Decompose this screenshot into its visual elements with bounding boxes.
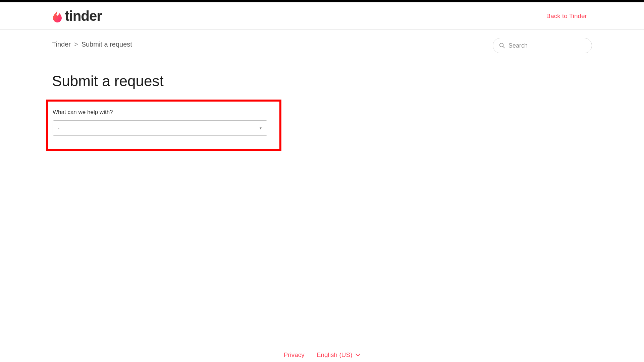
page-title: Submit a request — [52, 73, 592, 89]
language-selector[interactable]: English (US) — [317, 351, 361, 359]
logo[interactable]: tinder — [52, 8, 102, 24]
breadcrumb: Tinder > Submit a request — [52, 41, 132, 48]
content-top-row: Tinder > Submit a request — [0, 30, 644, 53]
search-input[interactable] — [508, 42, 586, 49]
logo-text: tinder — [65, 8, 102, 24]
search-box[interactable] — [493, 38, 592, 53]
svg-point-0 — [500, 43, 503, 47]
language-label: English (US) — [317, 351, 353, 359]
breadcrumb-current: Submit a request — [82, 41, 132, 48]
dropdown-selected-value: - — [58, 125, 59, 131]
top-black-bar — [0, 0, 644, 2]
flame-icon — [52, 9, 63, 23]
chevron-down-icon — [356, 353, 360, 357]
form-highlighted-section: What can we help with? - ▼ — [46, 100, 281, 151]
help-topic-dropdown[interactable]: - ▼ — [53, 120, 267, 136]
breadcrumb-root-link[interactable]: Tinder — [52, 41, 71, 48]
main-content: Submit a request What can we help with? … — [0, 73, 644, 151]
back-to-tinder-link[interactable]: Back to Tinder — [546, 12, 587, 20]
form-label: What can we help with? — [53, 109, 269, 116]
header: tinder Back to Tinder — [0, 2, 644, 30]
breadcrumb-separator: > — [74, 41, 78, 48]
svg-line-1 — [503, 47, 505, 48]
chevron-down-icon: ▼ — [259, 126, 262, 130]
search-icon — [499, 43, 505, 49]
privacy-link[interactable]: Privacy — [284, 351, 305, 359]
footer: Privacy English (US) — [0, 351, 644, 362]
